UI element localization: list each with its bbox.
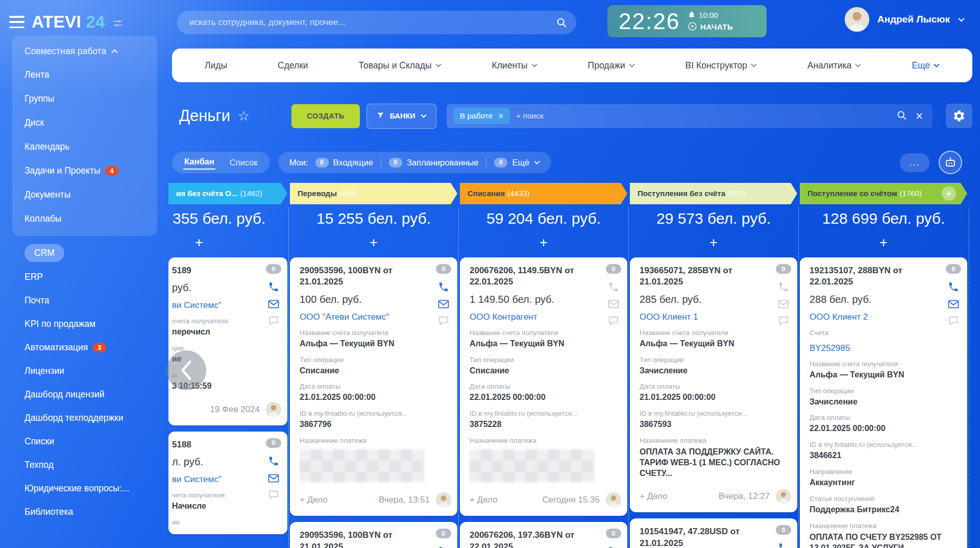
mail-icon[interactable]	[267, 473, 280, 483]
column-header[interactable]: ия без счёта О...(1462)	[168, 183, 287, 204]
nav-tab-BI Конструктор[interactable]: BI Конструктор	[685, 60, 757, 71]
global-search-input[interactable]	[177, 17, 556, 28]
view-tab-Список[interactable]: Список	[229, 156, 259, 169]
add-activity-link[interactable]: + Дело	[640, 491, 668, 502]
search-icon[interactable]	[556, 17, 567, 28]
nav-tab-Товары и Склады[interactable]: Товары и Склады	[359, 60, 442, 71]
card-link[interactable]: ООО Контрагент	[470, 312, 621, 322]
nav-tab-Лиды[interactable]: Лиды	[205, 60, 227, 71]
sidebar-item[interactable]: Юридические вопросы:...	[12, 476, 157, 500]
kanban-card[interactable]: 290953596, 100BYN от 21.01.2025 0	[290, 522, 457, 548]
chip-remove-icon[interactable]: ✕	[498, 112, 504, 120]
sidebar-item[interactable]: CRM	[12, 241, 157, 265]
favorite-star-icon[interactable]: ☆	[237, 108, 250, 124]
sidebar-group-header[interactable]: Совместная работа	[12, 40, 157, 63]
sidebar-item[interactable]: Лицензии	[12, 359, 157, 383]
sidebar-item[interactable]: Документы	[12, 183, 157, 207]
assignee-avatar[interactable]	[606, 492, 621, 508]
card-link[interactable]: ООО Клиент 1	[640, 312, 791, 322]
add-activity-link[interactable]: + Дело	[300, 495, 328, 505]
sidebar-item[interactable]: ERP	[12, 265, 157, 289]
sidebar-item[interactable]: Списки	[12, 430, 157, 453]
phone-icon[interactable]	[608, 281, 619, 293]
chat-icon[interactable]	[948, 316, 959, 326]
nav-tab-Клиенты[interactable]: Клиенты	[492, 60, 537, 71]
kanban-card[interactable]: 192135107, 288BYN от 22.01.2025288 бел. …	[800, 257, 967, 548]
banks-filter-button[interactable]: БАНКИ	[366, 104, 436, 129]
quick-add-button[interactable]: +	[290, 235, 457, 251]
quick-add-button[interactable]: +	[460, 235, 627, 251]
add-activity-link[interactable]: + Дело	[470, 495, 498, 505]
quick-add-button[interactable]: +	[168, 235, 287, 251]
sidebar-item[interactable]: Диск	[12, 111, 157, 135]
assignee-avatar[interactable]	[776, 489, 791, 504]
sidebar-item[interactable]: Дашборд техподдержки	[12, 406, 157, 430]
column-add-button[interactable]: +	[942, 186, 956, 201]
card-link[interactable]: ви Системс"	[172, 300, 281, 311]
kanban-card[interactable]: 200676206, 1149.5BYN от 22.01.20251 149.…	[460, 257, 627, 516]
chat-icon[interactable]	[608, 316, 619, 326]
column-header[interactable]: Поступления без счёта(252)	[630, 183, 797, 204]
card-link[interactable]: BY252985	[810, 343, 961, 353]
phone-icon[interactable]	[608, 546, 619, 548]
mail-icon[interactable]	[267, 299, 280, 309]
phone-icon[interactable]	[268, 456, 279, 467]
nav-tab-Сделки[interactable]: Сделки	[278, 60, 308, 71]
counter-Ещё[interactable]: 0Ещё	[494, 158, 540, 168]
kanban-card[interactable]: 5188л. руб.ви Системс"чета получателяНач…	[168, 432, 287, 534]
phone-icon[interactable]	[778, 281, 789, 293]
sidebar-item[interactable]: Дашборд лицензий	[12, 383, 157, 406]
card-link[interactable]: ООО "Атеви Системс"	[300, 312, 451, 322]
kanban-card[interactable]: 5189руб.ви Системс"счета получателяпереч…	[168, 257, 287, 425]
sidebar-item[interactable]: KPI по продажам	[12, 312, 157, 336]
sidebar-item[interactable]: Группы	[12, 87, 157, 111]
phone-icon[interactable]	[438, 281, 449, 293]
search-icon[interactable]	[896, 110, 907, 123]
view-tab-Канбан[interactable]: Канбан	[183, 155, 215, 170]
chat-icon[interactable]	[268, 316, 279, 326]
sidebar-item[interactable]: Лента	[12, 63, 157, 87]
settings-gear-button[interactable]	[946, 104, 972, 128]
menu-icon[interactable]	[9, 16, 24, 28]
tune-icon[interactable]	[112, 13, 124, 33]
mail-icon[interactable]	[607, 299, 620, 309]
kanban-card[interactable]: 101541947, 47.28USD от 21.01.2025 0	[630, 518, 797, 548]
column-header[interactable]: Списания(4433)	[460, 183, 627, 204]
counter-Запланированные[interactable]: 0Запланированные	[389, 158, 479, 168]
chat-icon[interactable]	[438, 316, 449, 326]
phone-icon[interactable]	[268, 281, 279, 293]
chat-icon[interactable]	[778, 316, 789, 326]
column-header[interactable]: Переводы(663)	[290, 183, 457, 204]
app-logo[interactable]: ATEVI 24	[32, 11, 124, 33]
assignee-avatar[interactable]	[266, 402, 281, 417]
worktime-widget[interactable]: 22:26 10:00 НАЧАТЬ	[607, 5, 767, 37]
sidebar-item[interactable]: Коллабы	[12, 207, 157, 231]
assignee-avatar[interactable]	[436, 492, 451, 508]
filter-search-hint[interactable]: + поиск	[516, 111, 896, 121]
more-actions-button[interactable]: ...	[900, 153, 929, 172]
nav-tab-Аналитика[interactable]: Аналитика	[807, 60, 862, 71]
nav-tab-Продажи[interactable]: Продажи	[588, 60, 635, 71]
sidebar-item[interactable]: Техпод	[12, 453, 157, 476]
phone-icon[interactable]	[438, 546, 449, 548]
phone-icon[interactable]	[778, 542, 789, 548]
user-avatar[interactable]	[845, 7, 869, 32]
mail-icon[interactable]	[777, 299, 790, 309]
user-menu[interactable]: Андрей Лысюк	[845, 7, 965, 32]
card-link[interactable]: ви Системс"	[172, 474, 281, 485]
mail-icon[interactable]	[437, 299, 450, 309]
filter-chip-in-progress[interactable]: В работе ✕	[454, 108, 510, 124]
quick-add-button[interactable]: +	[630, 235, 797, 251]
kanban-card[interactable]: 200676206, 197.36BYN от 22.01.2025 0	[460, 522, 627, 548]
clear-filter-icon[interactable]: ✕	[915, 110, 923, 122]
counter-Входящие[interactable]: 0Входящие	[315, 158, 373, 168]
column-header[interactable]: Поступление со счётом(1760)+	[800, 183, 967, 204]
chat-icon[interactable]	[268, 490, 279, 500]
kanban-card[interactable]: 193665071, 285BYN от 21.01.2025285 бел. …	[630, 257, 797, 512]
sidebar-item[interactable]: Почта	[12, 289, 157, 312]
sidebar-item[interactable]: Задачи и Проекты4	[12, 159, 157, 183]
scroll-left-button[interactable]	[166, 350, 206, 390]
sidebar-item[interactable]: Библиотека	[12, 500, 157, 523]
sidebar-item[interactable]: Автоматизация3	[12, 336, 157, 359]
phone-icon[interactable]	[948, 281, 959, 293]
